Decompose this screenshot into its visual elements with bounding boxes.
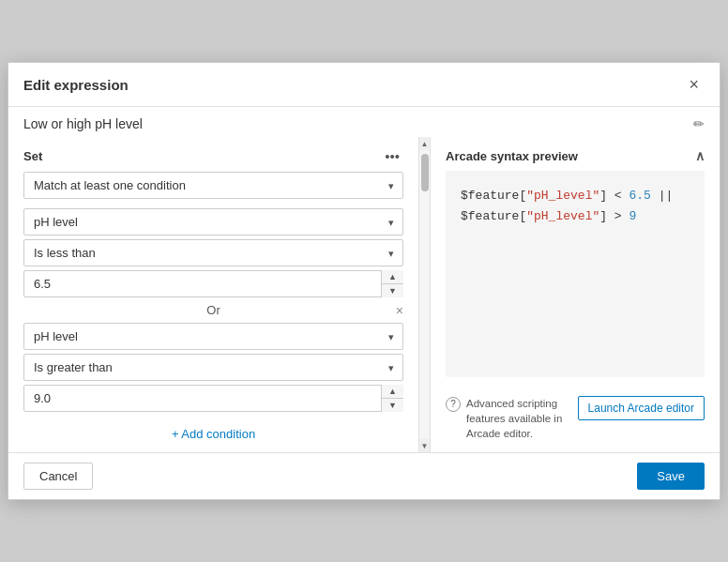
code-line-2-prefix: $feature[ — [461, 209, 526, 223]
condition-2-value-input[interactable] — [23, 385, 403, 412]
edit-icon[interactable]: ✏ — [693, 116, 705, 131]
left-panel-scrollbar: ▲ ▼ — [418, 137, 430, 452]
dialog-title: Edit expression — [23, 77, 129, 93]
right-panel: Arcade syntax preview ∧ $feature["pH_lev… — [431, 137, 720, 452]
condition-1-field-select-wrapper: pH level — [23, 208, 403, 235]
arcade-header-label: Arcade syntax preview — [446, 149, 578, 163]
condition-1-operator-row: Is less than — [23, 239, 403, 266]
set-label: Set — [23, 149, 42, 163]
condition-2-operator-select[interactable]: Is greater than — [23, 354, 403, 381]
condition-1-operator-select[interactable]: Is less than — [23, 239, 403, 266]
condition-2-field-select-wrapper: pH level — [23, 323, 403, 350]
cancel-button[interactable]: Cancel — [23, 463, 93, 490]
close-button[interactable]: × — [683, 74, 705, 95]
match-select-wrapper: Match at least one condition — [23, 172, 403, 199]
condition-2-operator-row: Is greater than — [23, 354, 403, 381]
left-panel: Set ••• Match at least one condition — [8, 137, 418, 452]
scroll-up-button[interactable]: ▲ — [419, 137, 430, 150]
condition-2-decrement-button[interactable]: ▼ — [382, 399, 403, 412]
arcade-preview: $feature["pH_level"] < 6.5 || $feature["… — [446, 171, 705, 377]
dialog-footer: Cancel Save — [8, 452, 720, 499]
arcade-footer-text: Advanced scripting features available in… — [466, 396, 570, 441]
or-row: Or × — [23, 303, 403, 317]
edit-expression-dialog: Edit expression × Low or high pH level ✏… — [8, 62, 720, 500]
condition-1-value-row: ▲ ▼ — [23, 270, 403, 297]
add-condition-button[interactable]: + Add condition — [172, 427, 255, 441]
code-line-1-string: "pH_level" — [526, 189, 599, 203]
condition-2-increment-button[interactable]: ▲ — [382, 385, 403, 399]
arcade-header: Arcade syntax preview ∧ — [431, 137, 720, 171]
condition-1-operator-select-wrapper: Is less than — [23, 239, 403, 266]
code-line-2-string: "pH_level" — [526, 209, 599, 223]
dialog-header: Edit expression × — [8, 63, 720, 107]
scroll-down-button[interactable]: ▼ — [419, 439, 430, 452]
more-button[interactable]: ••• — [381, 146, 403, 166]
code-line-2-suffix: ] > — [599, 209, 629, 223]
collapse-icon[interactable]: ∧ — [695, 148, 705, 163]
condition-1-field-row: pH level — [23, 208, 403, 235]
code-line-2-number: 9 — [629, 209, 636, 223]
code-line-1: $feature["pH_level"] < 6.5 || — [461, 186, 690, 206]
condition-1-value-input[interactable] — [23, 270, 403, 297]
scroll-track — [419, 150, 430, 439]
condition-1-block: × pH level Is le — [23, 208, 403, 297]
help-icon[interactable]: ? — [446, 397, 461, 412]
subtitle-row: Low or high pH level ✏ — [8, 107, 720, 137]
dialog-body: Set ••• Match at least one condition — [8, 137, 720, 452]
condition-1-stepper: ▲ ▼ — [381, 270, 403, 297]
add-condition-row: + Add condition — [8, 418, 418, 452]
arcade-footer: ? Advanced scripting features available … — [431, 388, 720, 452]
or-label: Or — [195, 303, 231, 317]
arcade-footer-left: ? Advanced scripting features available … — [446, 396, 570, 441]
condition-2-field-row: pH level — [23, 323, 403, 350]
condition-1-decrement-button[interactable]: ▼ — [382, 284, 403, 297]
match-select[interactable]: Match at least one condition — [23, 172, 403, 199]
scroll-thumb — [421, 154, 429, 191]
condition-2-operator-select-wrapper: Is greater than — [23, 354, 403, 381]
set-header: Set ••• — [8, 137, 418, 172]
condition-1-field-select[interactable]: pH level — [23, 208, 403, 235]
condition-1-increment-button[interactable]: ▲ — [382, 270, 403, 284]
code-line-1-tail: || — [651, 189, 673, 203]
save-button[interactable]: Save — [637, 463, 705, 490]
code-line-1-number: 6.5 — [629, 189, 650, 203]
code-line-1-suffix: ] < — [599, 189, 629, 203]
condition-2-stepper: ▲ ▼ — [381, 385, 403, 412]
or-remove-button[interactable]: × — [396, 303, 403, 318]
code-line-1-prefix: $feature[ — [461, 189, 526, 203]
condition-2-block: pH level Is greater than — [23, 323, 403, 412]
condition-2-value-row: ▲ ▼ — [23, 385, 403, 412]
launch-arcade-editor-button[interactable]: Launch Arcade editor — [578, 396, 705, 420]
code-line-2: $feature["pH_level"] > 9 — [461, 206, 690, 227]
condition-2-field-select[interactable]: pH level — [23, 323, 403, 350]
expression-name: Low or high pH level — [23, 116, 143, 131]
match-dropdown-wrapper: Match at least one condition — [23, 172, 403, 199]
